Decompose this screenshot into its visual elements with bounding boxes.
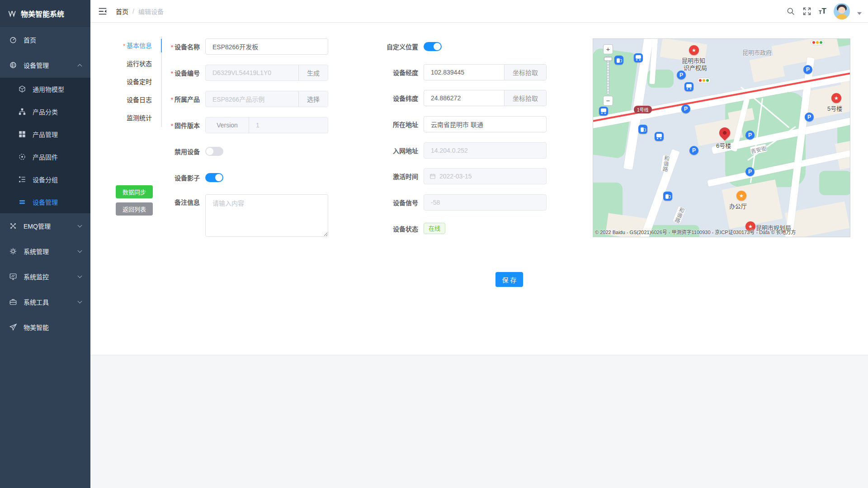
device-manage-icon [9,61,17,69]
map-label-ip-bureau: 识产权局 [684,63,707,72]
signal-input [424,195,546,210]
gear-icon [9,247,17,255]
sidebar-item-wumei[interactable]: 物美智能 [0,314,90,340]
zoom-in-button[interactable]: + [603,44,613,54]
device-name-input[interactable] [206,39,328,54]
chevron-down-icon [78,299,82,304]
map-label-hexie-road: 和谐路 [673,206,686,224]
latitude-input[interactable] [424,90,504,106]
chevron-down-icon [78,274,82,278]
avatar[interactable] [834,3,850,19]
breadcrumb-separator: / [132,8,134,15]
breadcrumb-current: 编辑设备 [138,7,164,16]
sidebar-item-product-category[interactable]: 产品分类 [0,100,90,123]
breadcrumb-home[interactable]: 首页 [116,7,128,16]
edit-device-page: *基本信息 运行状态 设备定时 设备日志 监测统计 数据同步 返回列表 *设备名… [90,23,868,355]
sidebar-item-device-manage[interactable]: 设备管理 [0,52,90,78]
monitor-icon [9,272,17,281]
topbar: 首页 / 编辑设备 TT [90,0,868,23]
parking-icon: P [745,167,755,176]
pick-latitude-button[interactable]: 坐标拾取 [504,90,546,106]
sidebar-item-product-firmware[interactable]: 产品固件 [0,145,90,168]
address-input[interactable] [424,117,546,132]
sidebar-collapse-icon[interactable] [98,6,108,16]
remark-row: 备注信息 [140,194,328,237]
generate-sn-button[interactable]: 生成 [298,65,328,80]
map-copyright: © 2022 Baidu - GS(2021)6026号 - 甲测资字11009… [595,228,796,235]
device-sn-row: *设备编号 生成 [140,65,328,81]
map-label-government: 昆明市政府 [742,48,772,56]
dashboard-icon [9,36,17,44]
sidebar-item-product-manage[interactable]: 产品管理 [0,123,90,145]
map-label-building5: 5号楼 [827,104,842,113]
zoom-out-button[interactable]: − [603,96,613,106]
avatar-face [838,7,845,14]
charging-station-icon [663,192,672,201]
breadcrumb: 首页 / 编辑设备 [116,7,164,16]
sidebar-item-device-group[interactable]: 设备分组 [0,168,90,191]
pick-longitude-button[interactable]: 坐标拾取 [504,65,546,80]
remark-textarea[interactable] [205,194,328,237]
fullscreen-icon[interactable] [802,7,811,16]
sidebar-item-system-tools[interactable]: 系统工具 [0,289,90,314]
parking-icon: P [805,113,814,122]
custom-location-toggle[interactable] [424,42,442,51]
address-row: 所在地址 [355,116,547,132]
activated-time-input: 2022-03-15 [424,168,547,184]
user-menu-caret-icon[interactable] [857,12,862,15]
longitude-row: 设备经度 坐标拾取 [355,64,547,80]
latitude-row: 设备纬度 坐标拾取 [355,90,547,106]
zoom-slider-handle[interactable] [604,57,612,61]
map-label-building6: 6号楼 [716,141,731,150]
search-icon[interactable] [786,7,795,16]
disable-device-toggle[interactable] [205,147,223,156]
logo-icon [8,9,16,18]
app-logo[interactable]: 物美智能系统 [0,0,90,27]
device-list-icon [18,198,26,206]
select-product-button[interactable]: 选择 [298,91,328,107]
device-name-row: *设备名称 [140,38,328,55]
traffic-light-icon [811,40,824,45]
bus-stop-icon [655,132,664,141]
custom-location-row: 自定义位置 [355,38,442,55]
sidebar-item-home[interactable]: 首页 [0,27,90,52]
status-badge: 在线 [424,223,445,234]
chevron-up-icon [78,64,82,68]
chevron-down-icon [78,223,82,228]
font-size-icon[interactable]: TT [819,7,826,15]
bus-stop-icon [634,53,643,62]
sidebar-item-device-list[interactable]: 设备管理 [0,191,90,213]
device-sn-input [206,65,298,80]
cube-icon [18,85,26,93]
longitude-input[interactable] [424,65,504,80]
parking-icon: P [803,65,812,74]
save-button[interactable]: 保 存 [495,272,523,287]
bus-stop-icon [599,107,608,116]
sidebar-item-thing-model[interactable]: 通用物模型 [0,78,90,100]
parking-icon: P [677,70,686,80]
zoom-slider[interactable] [607,56,609,94]
device-shadow-toggle[interactable] [205,173,223,182]
charging-station-icon [614,56,623,65]
sidebar-item-system-manage[interactable]: 系统管理 [0,239,90,264]
app-title: 物美智能系统 [21,8,64,19]
category-tree-icon [18,108,26,116]
disable-device-row: 禁用设备 [140,143,223,160]
device-shadow-row: 设备影子 [140,169,223,186]
grid-icon [18,130,26,138]
calendar-icon [429,173,436,179]
toolbox-icon [9,298,17,306]
firmware-row: *固件版本 Version [140,117,328,133]
firmware-prepend: Version [206,117,249,133]
sidebar-item-system-monitor[interactable]: 系统监控 [0,264,90,289]
map-park [819,171,850,195]
baidu-map[interactable]: 1号线 + − P P P P P P P ★ ★ ★ ★ 昆明市政府 昆明市知… [593,38,850,237]
status-row: 设备状态 在线 [355,223,445,234]
firmware-icon [18,153,26,161]
sidebar-item-emq[interactable]: EMQ管理 [0,213,90,239]
sidebar-submenu-device: 通用物模型 产品分类 产品管理 产品固件 [0,78,90,213]
poi-star-icon: ★ [689,45,699,55]
paper-plane-icon [9,323,17,331]
activated-time-row: 激活时间 2022-03-15 [355,168,547,184]
group-list-icon [18,175,26,183]
